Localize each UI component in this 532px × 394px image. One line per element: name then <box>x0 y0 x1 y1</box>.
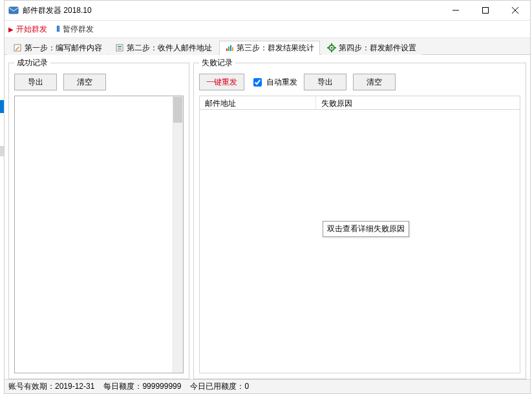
status-bar: 账号有效期：2019-12-31 每日额度：999999999 今日已用额度：0 <box>5 379 530 393</box>
failure-legend: 失败记录 <box>199 57 235 68</box>
status-daily-quota: 每日额度：999999999 <box>103 381 181 392</box>
status-used-quota: 今日已用额度：0 <box>190 381 249 392</box>
auto-resend-checkbox[interactable]: 自动重发 <box>251 76 297 88</box>
step-tabs: 第一步：编写邮件内容 第二步：收件人邮件地址 第三步：群发结果统计 第四步：群发… <box>5 38 530 55</box>
tab-step2-label: 第二步：收件人邮件地址 <box>127 43 212 54</box>
minimize-button[interactable] <box>441 1 471 20</box>
svg-point-15 <box>331 47 333 49</box>
svg-rect-8 <box>118 48 122 48</box>
window-controls <box>441 1 530 20</box>
close-button[interactable] <box>500 1 530 20</box>
failure-panel: 失败记录 一键重发 自动重发 导出 清空 邮件地址 失败原因 双击查看详细失败原… <box>193 57 526 379</box>
app-title: 邮件群发器 2018.10 <box>23 5 92 16</box>
col-address[interactable]: 邮件地址 <box>200 96 316 109</box>
status-expiry: 账号有效期：2019-12-31 <box>8 381 94 392</box>
success-panel: 成功记录 导出 清空 <box>8 57 189 379</box>
maximize-button[interactable] <box>471 1 500 20</box>
success-clear-button[interactable]: 清空 <box>63 74 106 90</box>
gear-icon <box>327 43 336 52</box>
auto-resend-input[interactable] <box>253 78 262 87</box>
command-bar: ▶ 开始群发 Ⅱ 暂停群发 <box>5 20 530 38</box>
svg-rect-7 <box>118 46 122 47</box>
svg-rect-9 <box>118 49 122 50</box>
content-area: 成功记录 导出 清空 失败记录 一键重发 <box>5 55 530 379</box>
col-reason[interactable]: 失败原因 <box>316 96 520 109</box>
tab-step4-label: 第四步：群发邮件设置 <box>339 43 416 54</box>
failure-table-body[interactable]: 双击查看详细失败原因 <box>199 110 520 373</box>
start-sending-button[interactable]: ▶ 开始群发 <box>8 24 47 35</box>
svg-rect-12 <box>230 45 231 51</box>
tab-step3-label: 第三步：群发结果统计 <box>237 43 314 54</box>
svg-rect-11 <box>228 47 229 51</box>
app-window: 邮件群发器 2018.10 ▶ 开始群发 Ⅱ 暂停群发 <box>4 0 531 394</box>
title-bar: 邮件群发器 2018.10 <box>5 1 530 20</box>
success-list[interactable] <box>14 96 184 373</box>
svg-rect-0 <box>9 7 18 14</box>
failure-table-header: 邮件地址 失败原因 <box>199 96 520 110</box>
pause-icon: Ⅱ <box>56 25 60 34</box>
svg-rect-2 <box>483 8 489 14</box>
svg-rect-10 <box>226 48 228 51</box>
tooltip: 双击查看详细失败原因 <box>323 221 409 237</box>
tab-step2[interactable]: 第二步：收件人邮件地址 <box>109 41 218 55</box>
failure-export-button[interactable]: 导出 <box>304 74 346 90</box>
app-icon <box>8 5 19 16</box>
success-legend: 成功记录 <box>14 57 50 68</box>
tab-step1[interactable]: 第一步：编写邮件内容 <box>7 41 108 55</box>
start-label: 开始群发 <box>16 24 47 35</box>
failure-clear-button[interactable]: 清空 <box>353 74 396 90</box>
pause-sending-button[interactable]: Ⅱ 暂停群发 <box>56 24 94 35</box>
tab-step1-label: 第一步：编写邮件内容 <box>25 43 102 54</box>
edit-icon <box>13 43 22 52</box>
address-icon <box>115 43 124 52</box>
resend-button[interactable]: 一键重发 <box>199 74 244 90</box>
scrollbar[interactable] <box>173 96 183 373</box>
pause-label: 暂停群发 <box>63 24 94 35</box>
tab-step3[interactable]: 第三步：群发结果统计 <box>219 41 320 55</box>
play-icon: ▶ <box>8 26 14 33</box>
scrollbar-thumb[interactable] <box>173 97 182 123</box>
tab-step4[interactable]: 第四步：群发邮件设置 <box>321 41 422 55</box>
success-export-button[interactable]: 导出 <box>14 74 57 90</box>
auto-resend-label: 自动重发 <box>266 77 297 88</box>
svg-rect-13 <box>232 47 233 51</box>
stats-icon <box>225 43 234 52</box>
